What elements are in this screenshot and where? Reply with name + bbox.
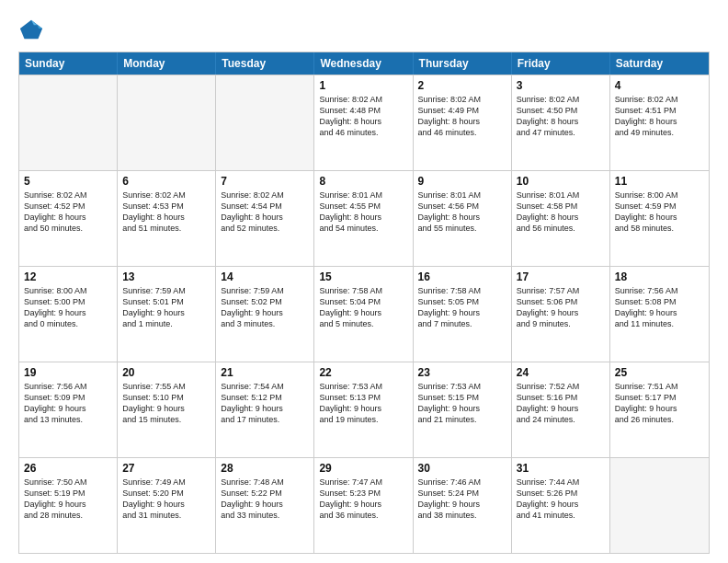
cal-cell: 1Sunrise: 8:02 AM Sunset: 4:48 PM Daylig… (314, 75, 413, 170)
day-number: 2 (418, 79, 506, 92)
day-number: 7 (221, 175, 309, 188)
day-number: 6 (122, 175, 210, 188)
day-number: 8 (319, 175, 407, 188)
header-day-monday: Monday (118, 52, 216, 75)
day-number: 9 (418, 175, 506, 188)
logo-icon (18, 17, 44, 42)
logo (18, 17, 48, 42)
day-number: 19 (24, 366, 112, 379)
day-number: 23 (418, 366, 506, 379)
header-day-friday: Friday (512, 52, 610, 75)
cal-cell: 21Sunrise: 7:54 AM Sunset: 5:12 PM Dayli… (216, 362, 314, 457)
day-number: 29 (319, 462, 407, 475)
cal-cell (610, 458, 709, 553)
cell-info: Sunrise: 7:52 AM Sunset: 5:16 PM Dayligh… (517, 381, 605, 426)
cell-info: Sunrise: 7:53 AM Sunset: 5:15 PM Dayligh… (418, 381, 506, 426)
cal-cell: 24Sunrise: 7:52 AM Sunset: 5:16 PM Dayli… (512, 362, 610, 457)
day-number: 27 (122, 462, 210, 475)
cal-cell: 9Sunrise: 8:01 AM Sunset: 4:56 PM Daylig… (414, 171, 512, 266)
day-number: 3 (517, 79, 605, 92)
cal-cell: 10Sunrise: 8:01 AM Sunset: 4:58 PM Dayli… (512, 171, 610, 266)
cal-cell: 12Sunrise: 8:00 AM Sunset: 5:00 PM Dayli… (19, 267, 118, 362)
cal-cell (216, 75, 314, 170)
cell-info: Sunrise: 7:44 AM Sunset: 5:26 PM Dayligh… (517, 477, 605, 522)
calendar-body: 1Sunrise: 8:02 AM Sunset: 4:48 PM Daylig… (19, 75, 709, 553)
cal-cell: 23Sunrise: 7:53 AM Sunset: 5:15 PM Dayli… (414, 362, 512, 457)
day-number: 14 (221, 270, 309, 283)
day-number: 31 (517, 462, 605, 475)
header-day-tuesday: Tuesday (216, 52, 314, 75)
cal-row-0: 1Sunrise: 8:02 AM Sunset: 4:48 PM Daylig… (19, 75, 709, 170)
cell-info: Sunrise: 7:53 AM Sunset: 5:13 PM Dayligh… (319, 381, 407, 426)
cal-cell: 4Sunrise: 8:02 AM Sunset: 4:51 PM Daylig… (610, 75, 709, 170)
cell-info: Sunrise: 7:56 AM Sunset: 5:09 PM Dayligh… (24, 381, 112, 426)
cal-row-4: 26Sunrise: 7:50 AM Sunset: 5:19 PM Dayli… (19, 457, 709, 553)
cal-cell (118, 75, 216, 170)
header-day-wednesday: Wednesday (314, 52, 413, 75)
day-number: 5 (24, 175, 112, 188)
cal-cell: 5Sunrise: 8:02 AM Sunset: 4:52 PM Daylig… (19, 171, 118, 266)
cal-cell: 20Sunrise: 7:55 AM Sunset: 5:10 PM Dayli… (118, 362, 216, 457)
cal-cell: 15Sunrise: 7:58 AM Sunset: 5:04 PM Dayli… (314, 267, 413, 362)
day-number: 18 (615, 270, 704, 283)
calendar: SundayMondayTuesdayWednesdayThursdayFrid… (18, 52, 710, 554)
day-number: 21 (221, 366, 309, 379)
cal-cell: 14Sunrise: 7:59 AM Sunset: 5:02 PM Dayli… (216, 267, 314, 362)
day-number: 16 (418, 270, 506, 283)
cal-cell: 29Sunrise: 7:47 AM Sunset: 5:23 PM Dayli… (314, 458, 413, 553)
cell-info: Sunrise: 7:58 AM Sunset: 5:04 PM Dayligh… (319, 285, 407, 330)
cell-info: Sunrise: 8:00 AM Sunset: 5:00 PM Dayligh… (24, 285, 112, 330)
cal-cell (19, 75, 118, 170)
page: SundayMondayTuesdayWednesdayThursdayFrid… (0, 0, 728, 563)
cell-info: Sunrise: 8:02 AM Sunset: 4:54 PM Dayligh… (221, 190, 309, 235)
cell-info: Sunrise: 8:00 AM Sunset: 4:59 PM Dayligh… (615, 190, 704, 235)
cal-cell: 13Sunrise: 7:59 AM Sunset: 5:01 PM Dayli… (118, 267, 216, 362)
header-day-sunday: Sunday (19, 52, 118, 75)
cell-info: Sunrise: 7:57 AM Sunset: 5:06 PM Dayligh… (517, 285, 605, 330)
header-day-thursday: Thursday (414, 52, 512, 75)
cell-info: Sunrise: 8:02 AM Sunset: 4:52 PM Dayligh… (24, 190, 112, 235)
cal-cell: 25Sunrise: 7:51 AM Sunset: 5:17 PM Dayli… (610, 362, 709, 457)
day-number: 25 (615, 366, 704, 379)
svg-marker-0 (20, 20, 42, 40)
cell-info: Sunrise: 8:02 AM Sunset: 4:51 PM Dayligh… (615, 94, 704, 139)
cell-info: Sunrise: 8:01 AM Sunset: 4:55 PM Dayligh… (319, 190, 407, 235)
cell-info: Sunrise: 7:50 AM Sunset: 5:19 PM Dayligh… (24, 477, 112, 522)
cell-info: Sunrise: 8:01 AM Sunset: 4:56 PM Dayligh… (418, 190, 506, 235)
cal-cell: 7Sunrise: 8:02 AM Sunset: 4:54 PM Daylig… (216, 171, 314, 266)
cal-cell: 3Sunrise: 8:02 AM Sunset: 4:50 PM Daylig… (512, 75, 610, 170)
cell-info: Sunrise: 7:59 AM Sunset: 5:02 PM Dayligh… (221, 285, 309, 330)
cal-cell: 8Sunrise: 8:01 AM Sunset: 4:55 PM Daylig… (314, 171, 413, 266)
cal-cell: 16Sunrise: 7:58 AM Sunset: 5:05 PM Dayli… (414, 267, 512, 362)
day-number: 12 (24, 270, 112, 283)
calendar-header: SundayMondayTuesdayWednesdayThursdayFrid… (19, 52, 709, 75)
cal-cell: 28Sunrise: 7:48 AM Sunset: 5:22 PM Dayli… (216, 458, 314, 553)
cell-info: Sunrise: 8:02 AM Sunset: 4:50 PM Dayligh… (517, 94, 605, 139)
day-number: 20 (122, 366, 210, 379)
cell-info: Sunrise: 7:56 AM Sunset: 5:08 PM Dayligh… (615, 285, 704, 330)
day-number: 26 (24, 462, 112, 475)
day-number: 15 (319, 270, 407, 283)
cal-cell: 31Sunrise: 7:44 AM Sunset: 5:26 PM Dayli… (512, 458, 610, 553)
cal-cell: 17Sunrise: 7:57 AM Sunset: 5:06 PM Dayli… (512, 267, 610, 362)
day-number: 30 (418, 462, 506, 475)
cal-row-3: 19Sunrise: 7:56 AM Sunset: 5:09 PM Dayli… (19, 362, 709, 457)
day-number: 22 (319, 366, 407, 379)
cal-row-1: 5Sunrise: 8:02 AM Sunset: 4:52 PM Daylig… (19, 170, 709, 266)
cell-info: Sunrise: 7:47 AM Sunset: 5:23 PM Dayligh… (319, 477, 407, 522)
cell-info: Sunrise: 8:01 AM Sunset: 4:58 PM Dayligh… (517, 190, 605, 235)
cell-info: Sunrise: 8:02 AM Sunset: 4:48 PM Dayligh… (319, 94, 407, 139)
cell-info: Sunrise: 7:51 AM Sunset: 5:17 PM Dayligh… (615, 381, 704, 426)
cal-row-2: 12Sunrise: 8:00 AM Sunset: 5:00 PM Dayli… (19, 266, 709, 362)
cell-info: Sunrise: 8:02 AM Sunset: 4:53 PM Dayligh… (122, 190, 210, 235)
day-number: 4 (615, 79, 704, 92)
cal-cell: 19Sunrise: 7:56 AM Sunset: 5:09 PM Dayli… (19, 362, 118, 457)
day-number: 10 (517, 175, 605, 188)
header-day-saturday: Saturday (610, 52, 709, 75)
cal-cell: 30Sunrise: 7:46 AM Sunset: 5:24 PM Dayli… (414, 458, 512, 553)
cell-info: Sunrise: 7:55 AM Sunset: 5:10 PM Dayligh… (122, 381, 210, 426)
day-number: 24 (517, 366, 605, 379)
cell-info: Sunrise: 7:59 AM Sunset: 5:01 PM Dayligh… (122, 285, 210, 330)
day-number: 17 (517, 270, 605, 283)
day-number: 1 (319, 79, 407, 92)
